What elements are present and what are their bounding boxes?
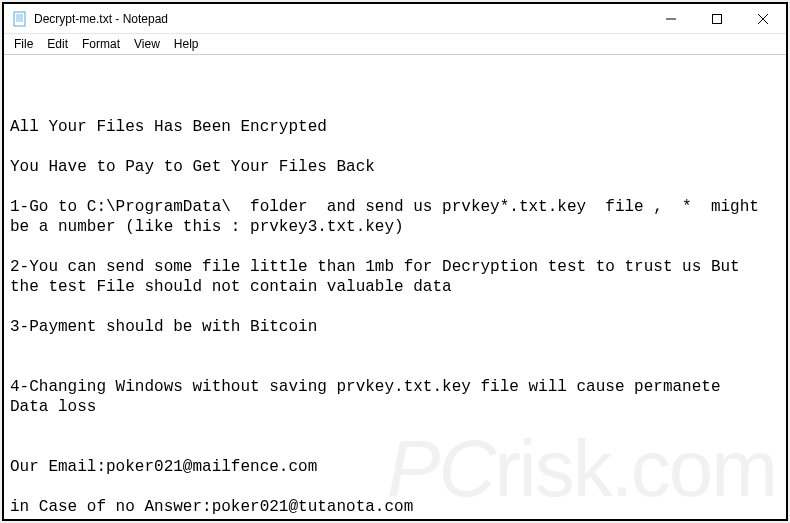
menu-edit[interactable]: Edit [41,36,74,52]
document-text: All Your Files Has Been Encrypted You Ha… [10,117,780,517]
window-controls [648,4,786,33]
menu-format[interactable]: Format [76,36,126,52]
menu-file[interactable]: File [8,36,39,52]
titlebar: Decrypt-me.txt - Notepad [4,4,786,34]
minimize-button[interactable] [648,4,694,34]
menu-help[interactable]: Help [168,36,205,52]
menu-view[interactable]: View [128,36,166,52]
window-title: Decrypt-me.txt - Notepad [34,12,648,26]
maximize-button[interactable] [694,4,740,34]
svg-rect-6 [713,15,722,24]
notepad-window: Decrypt-me.txt - Notepad File Edit Forma… [4,4,786,519]
menubar: File Edit Format View Help [4,34,786,54]
notepad-icon [12,11,28,27]
text-editor-area[interactable]: PCrisk.com All Your Files Has Been Encry… [4,54,786,519]
close-button[interactable] [740,4,786,34]
outer-screenshot-frame: Decrypt-me.txt - Notepad File Edit Forma… [2,2,788,521]
